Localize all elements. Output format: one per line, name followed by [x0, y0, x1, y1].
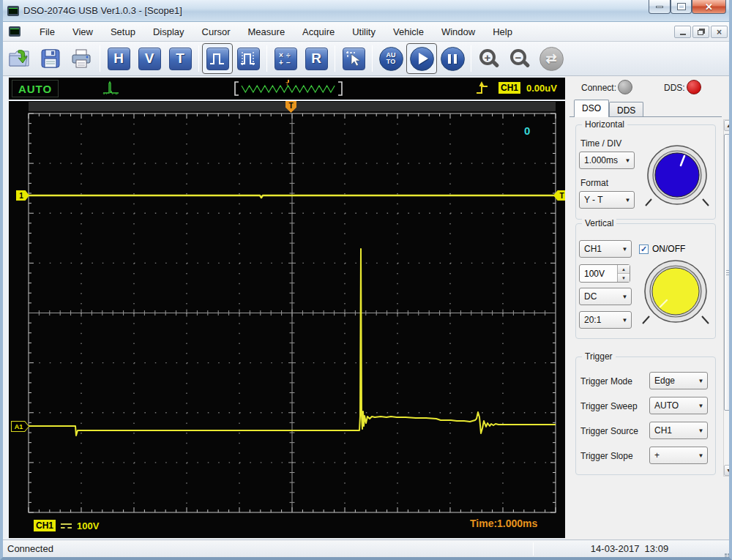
menu-item-vehicle[interactable]: Vehicle — [384, 23, 433, 40]
status-bar: Connected 14-03-2017 13:09 — [0, 540, 732, 558]
pause-button[interactable] — [437, 43, 468, 74]
close-button[interactable]: ✕ — [692, 0, 726, 14]
waveform-preview[interactable]: T — [233, 80, 344, 97]
channel-select[interactable]: CH1▼ — [579, 240, 632, 258]
trigger-group: Trigger Trigger ModeEdge▼Trigger SweepAU… — [575, 356, 716, 475]
channel-scale-readout: CH1 100V — [29, 518, 103, 534]
dds-led — [687, 80, 701, 94]
menu-item-display[interactable]: Display — [144, 23, 193, 40]
coupling-select[interactable]: DC▼ — [579, 288, 632, 305]
child-restore-button[interactable] — [692, 26, 709, 38]
zoom-in-button[interactable]: + — [474, 43, 505, 74]
scroll-up-icon[interactable]: ▲ — [724, 120, 732, 131]
trigger-level-readout: 0.00uV — [526, 83, 557, 94]
window-title: DSO-2074G USB Ver1.0.3 - [Scope1] — [23, 5, 182, 16]
menu-item-cursor[interactable]: Cursor — [193, 23, 239, 40]
play-icon — [419, 53, 428, 64]
chevron-down-icon: ▼ — [695, 428, 707, 434]
tab-dds[interactable]: DDS — [609, 102, 643, 117]
panel-scrollbar[interactable]: ▲ ▼ — [723, 119, 732, 477]
volts-per-div: 100V — [77, 520, 99, 531]
time-div-label: Time / DIV — [580, 138, 621, 149]
close-icon: ✕ — [705, 1, 713, 12]
acquisition-count: 0 — [524, 124, 530, 137]
chevron-down-icon: ▼ — [619, 294, 631, 300]
transfer-icon: ⇄ — [545, 51, 556, 67]
save-button[interactable] — [35, 43, 66, 74]
menu-item-utility[interactable]: Utility — [343, 23, 384, 40]
save-icon — [40, 48, 61, 70]
probe-ratio-select[interactable]: 20:1▼ — [579, 311, 632, 329]
trigger-slope-label: Trigger Slope — [580, 451, 633, 461]
datetime: 14-03-2017 13:09 — [545, 543, 714, 554]
menu-item-setup[interactable]: Setup — [102, 23, 144, 40]
trigger-sweep-select[interactable]: AUTO▼ — [649, 397, 708, 414]
toolbar: H V T × ÷ + − R — [0, 42, 732, 76]
open-file-button[interactable] — [4, 43, 35, 74]
svg-text:+: + — [279, 59, 283, 67]
pulse-single-button[interactable] — [202, 43, 233, 74]
reference-button[interactable]: R — [301, 43, 332, 74]
restore-icon — [698, 30, 703, 35]
menu-item-view[interactable]: View — [64, 23, 102, 40]
app-icon — [7, 6, 19, 16]
resize-grip[interactable] — [728, 553, 730, 556]
zoom-in-icon: + — [479, 49, 496, 65]
dc-coupling-icon — [61, 523, 72, 529]
horizontal-group-title: Horizontal — [582, 119, 627, 130]
toolbar-separator — [372, 45, 373, 72]
menu-item-measure[interactable]: Measure — [239, 23, 294, 40]
panel-tabs: DSO DDS — [574, 100, 643, 117]
control-panel: Connect: DDS: DSO DDS Horizontal Time / … — [565, 76, 732, 540]
math-icon: × ÷ + − — [277, 50, 294, 67]
minimize-button[interactable] — [649, 0, 671, 14]
volts-div-spinner[interactable]: 100V ▲▼ — [579, 264, 630, 283]
trigger-source-label: Trigger Source — [580, 426, 638, 436]
tab-dso[interactable]: DSO — [574, 100, 609, 117]
trigger-setup-button[interactable]: T — [165, 43, 195, 74]
time-div-select[interactable]: 1.000ms▼ — [579, 152, 635, 169]
channel-onoff[interactable]: ✓ ON/OFF — [639, 244, 685, 254]
transfer-button[interactable]: ⇄ — [536, 43, 567, 74]
chevron-down-icon: ▼ — [621, 157, 634, 164]
pulse-train-icon — [239, 50, 257, 67]
spin-down-icon[interactable]: ▼ — [618, 274, 630, 282]
child-close-button[interactable]: × — [711, 26, 728, 38]
menu-item-file[interactable]: File — [31, 23, 64, 40]
zoom-out-button[interactable]: − — [505, 43, 536, 74]
toolbar-separator — [335, 45, 335, 72]
horizontal-knob[interactable] — [642, 143, 712, 210]
scrollbar-thumb[interactable] — [724, 134, 732, 411]
chevron-down-icon: ▼ — [619, 246, 631, 253]
scope-graticule — [9, 101, 565, 538]
trigger-group-title: Trigger — [582, 351, 616, 362]
trigger-mode-select[interactable]: Edge▼ — [649, 372, 708, 389]
menu-item-acquire[interactable]: Acquire — [294, 23, 343, 40]
trigger-slope-select[interactable]: +▼ — [649, 447, 708, 464]
autoset-button[interactable]: AU TO — [376, 43, 406, 74]
vertical-knob[interactable] — [639, 258, 712, 328]
menu-item-help[interactable]: Help — [484, 23, 521, 40]
vertical-setup-button[interactable]: V — [134, 43, 165, 74]
statusbar-separator — [533, 542, 534, 556]
menu-item-window[interactable]: Window — [433, 23, 484, 40]
scroll-down-icon[interactable]: ▼ — [724, 465, 732, 476]
maximize-button[interactable] — [671, 0, 692, 14]
print-icon — [70, 48, 92, 70]
checkbox-checked-icon[interactable]: ✓ — [639, 244, 649, 254]
child-minimize-button[interactable] — [674, 26, 691, 38]
cursor-measure-button[interactable] — [338, 43, 369, 74]
format-label: Format — [580, 178, 608, 188]
format-select[interactable]: Y - T▼ — [579, 191, 635, 209]
close-icon: × — [717, 28, 722, 37]
pulse-train-button[interactable] — [233, 43, 264, 74]
print-button[interactable] — [66, 43, 97, 74]
run-button[interactable] — [406, 43, 437, 74]
trigger-source-select[interactable]: CH1▼ — [649, 422, 708, 439]
pause-icon — [448, 54, 457, 64]
chevron-down-icon: ▼ — [619, 317, 631, 324]
spin-up-icon[interactable]: ▲ — [618, 265, 630, 274]
horizontal-setup-button[interactable]: H — [103, 43, 134, 74]
math-button[interactable]: × ÷ + − — [270, 43, 301, 74]
time-per-div-readout: Time:1.000ms — [470, 518, 537, 529]
